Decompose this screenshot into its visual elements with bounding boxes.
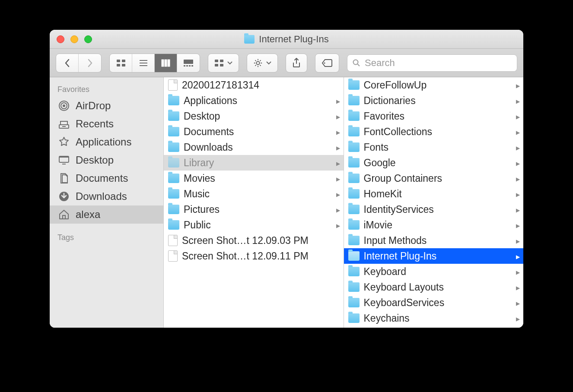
search-placeholder: Search [365, 57, 395, 69]
sidebar-item-label: alexa [76, 209, 100, 221]
folder-row[interactable]: Internet Plug-Ins [344, 248, 524, 264]
folder-row[interactable]: Keychains [344, 310, 524, 326]
column-view-button[interactable] [155, 54, 177, 72]
file-row[interactable]: 20200127181314 [164, 77, 344, 93]
list-view-button[interactable] [132, 54, 155, 72]
file-row[interactable]: Screen Shot…t 12.09.03 PM [164, 233, 344, 248]
tags-button[interactable] [315, 54, 339, 73]
item-label: Screen Shot…t 12.09.11 PM [182, 250, 309, 262]
icon-view-button[interactable] [110, 54, 132, 72]
folder-icon [348, 313, 360, 323]
chevron-right-icon [336, 127, 340, 136]
folder-row[interactable]: FontCollections [344, 124, 524, 139]
minimize-button[interactable] [70, 35, 78, 43]
folder-row[interactable]: Fonts [344, 139, 524, 155]
sidebar-item-applications[interactable]: Applications [50, 133, 163, 151]
file-icon [168, 79, 178, 91]
folder-row[interactable]: Downloads [164, 139, 344, 155]
folder-row[interactable]: iMovie [344, 217, 524, 233]
chevron-right-icon [516, 221, 520, 230]
grid-icon [214, 59, 224, 67]
folder-icon [168, 220, 179, 230]
folder-row[interactable]: CoreFollowUp [344, 77, 524, 93]
folder-icon [348, 267, 360, 276]
sidebar-item-alexa[interactable]: alexa [50, 205, 163, 224]
groupby-button[interactable] [208, 54, 239, 73]
content: Favorites AirDropRecentsApplicationsDesk… [50, 77, 523, 328]
sidebar-item-recents[interactable]: Recents [50, 115, 163, 133]
folder-row[interactable]: Favorites [344, 108, 524, 124]
item-label: FontCollections [364, 126, 433, 138]
sidebar-item-downloads[interactable]: Downloads [50, 187, 163, 205]
svg-rect-14 [191, 65, 193, 66]
folder-row[interactable]: HomeKit [344, 186, 524, 202]
folder-row[interactable]: Documents [164, 124, 344, 139]
item-label: Music [184, 188, 210, 200]
chevron-right-icon [516, 205, 520, 214]
svg-rect-1 [122, 60, 125, 62]
chevron-right-icon [516, 236, 520, 245]
item-label: KeyboardServices [364, 297, 445, 309]
documents-icon [57, 172, 70, 185]
item-label: Favorites [364, 111, 405, 122]
folder-icon [348, 189, 360, 199]
folder-row[interactable]: Group Containers [344, 171, 524, 186]
gallery-view-button[interactable] [177, 54, 200, 72]
sidebar-item-label: Desktop [76, 154, 114, 166]
folder-row[interactable]: Music [164, 186, 344, 202]
sidebar-item-label: Downloads [76, 190, 127, 202]
folder-icon [348, 236, 360, 245]
zoom-button[interactable] [84, 35, 92, 43]
folder-row[interactable]: Public [164, 217, 344, 233]
chevron-down-icon [266, 61, 271, 65]
file-row[interactable]: Screen Shot…t 12.09.11 PM [164, 248, 344, 264]
folder-icon [348, 142, 360, 152]
folder-icon [348, 96, 360, 105]
close-button[interactable] [57, 35, 64, 43]
chevron-right-icon [516, 158, 520, 168]
svg-rect-32 [63, 215, 65, 219]
item-label: Public [184, 219, 211, 231]
back-button[interactable] [56, 54, 79, 72]
chevron-right-icon [516, 81, 520, 90]
chevron-right-icon [516, 283, 520, 292]
search-input[interactable]: Search [347, 54, 517, 72]
folder-icon [348, 158, 360, 168]
svg-rect-2 [117, 64, 120, 66]
chevron-right-icon [516, 174, 520, 183]
action-button[interactable] [247, 54, 278, 73]
item-label: Group Containers [364, 173, 442, 184]
item-label: Keychains [364, 313, 410, 324]
chevron-right-icon [516, 143, 520, 152]
svg-rect-13 [189, 65, 191, 66]
sidebar-item-documents[interactable]: Documents [50, 169, 163, 187]
folder-row[interactable]: Dictionaries [344, 93, 524, 108]
sidebar-item-desktop[interactable]: Desktop [50, 151, 163, 169]
sidebar-item-airdrop[interactable]: AirDrop [50, 97, 163, 115]
share-button[interactable] [286, 54, 307, 73]
item-label: IdentityServices [364, 204, 434, 215]
folder-row[interactable]: Google [344, 155, 524, 171]
forward-button[interactable] [79, 54, 101, 72]
view-switcher [109, 54, 200, 73]
folder-row[interactable]: Input Methods [344, 233, 524, 248]
folder-row[interactable]: Keyboard Layouts [344, 279, 524, 295]
item-label: Screen Shot…t 12.09.03 PM [182, 235, 309, 247]
folder-row[interactable]: Library [164, 155, 344, 171]
folder-row[interactable]: IdentityServices [344, 202, 524, 217]
folder-row[interactable]: Movies [164, 171, 344, 186]
folder-row[interactable]: Applications [164, 93, 344, 108]
folder-icon [348, 174, 360, 183]
folder-row[interactable]: Keyboard [344, 264, 524, 279]
item-label: Library [184, 157, 214, 169]
svg-rect-10 [184, 60, 193, 64]
folder-row[interactable]: Pictures [164, 202, 344, 217]
svg-point-23 [63, 104, 65, 107]
column-1: CoreFollowUpDictionariesFavoritesFontCol… [344, 77, 524, 328]
folder-icon [348, 251, 360, 261]
svg-point-21 [353, 60, 358, 64]
chevron-right-icon [516, 252, 520, 261]
item-label: Desktop [184, 111, 220, 122]
folder-row[interactable]: Desktop [164, 108, 344, 124]
folder-row[interactable]: KeyboardServices [344, 295, 524, 310]
